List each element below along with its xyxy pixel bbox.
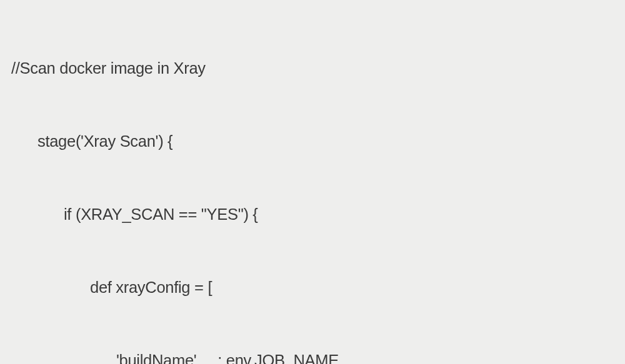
code-line: 'buildName' : env.JOB_NAME, — [11, 348, 614, 364]
code-line: //Scan docker image in Xray — [11, 56, 614, 81]
code-block: //Scan docker image in Xray stage('Xray … — [11, 7, 614, 364]
code-line: def xrayConfig = [ — [11, 275, 614, 300]
code-line: if (XRAY_SCAN == "YES") { — [11, 202, 614, 227]
code-line: stage('Xray Scan') { — [11, 129, 614, 154]
